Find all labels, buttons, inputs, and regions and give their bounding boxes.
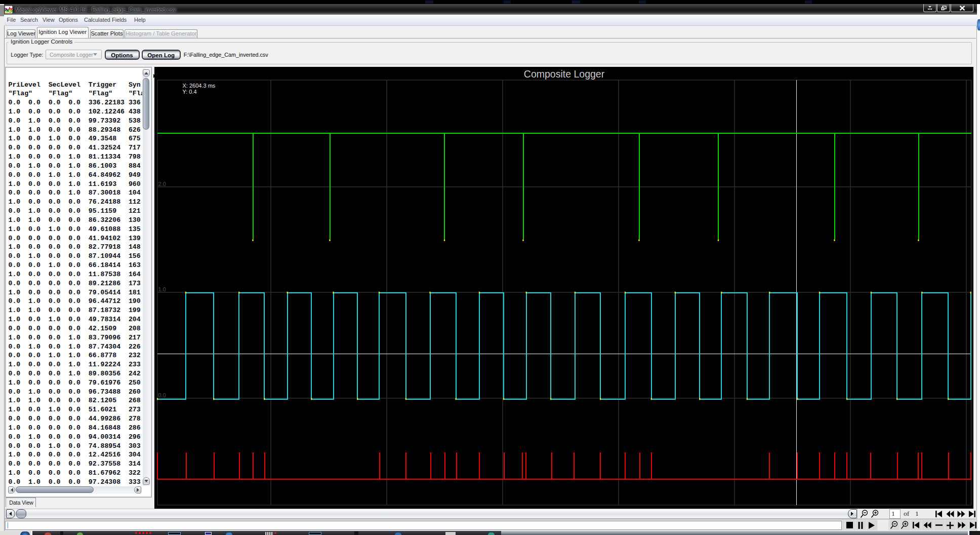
svg-text:0.0: 0.0	[158, 392, 166, 398]
svg-text:X: 2604.3 ms: X: 2604.3 ms	[183, 82, 216, 88]
svg-text:2.0: 2.0	[158, 180, 166, 186]
svg-text:Y: 0.4: Y: 0.4	[183, 88, 197, 94]
svg-text:1.0: 1.0	[158, 286, 166, 292]
svg-text:Composite Logger: Composite Logger	[524, 68, 605, 79]
